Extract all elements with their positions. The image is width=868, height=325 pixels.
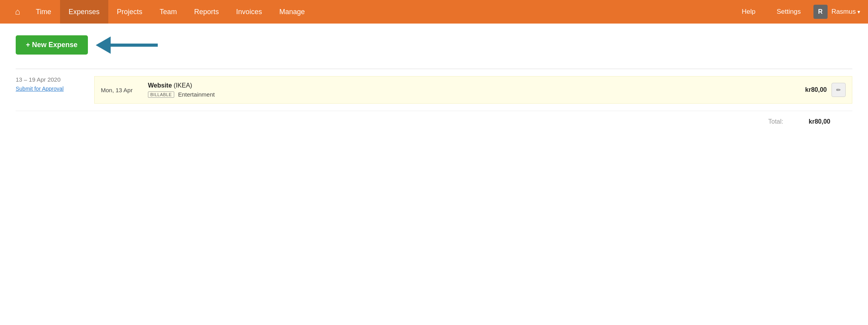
total-row: Total: kr80,00 bbox=[16, 111, 852, 132]
nav-item-team[interactable]: Team bbox=[151, 0, 186, 24]
entry-category: Entertainment bbox=[178, 91, 215, 98]
nav-item-manage[interactable]: Manage bbox=[271, 0, 314, 24]
arrow-indicator bbox=[96, 37, 158, 54]
expense-section: 13 – 19 Apr 2020 Submit for Approval Mon… bbox=[16, 69, 852, 132]
billable-tag: BILLABLE bbox=[148, 91, 174, 98]
nav-item-expenses[interactable]: Expenses bbox=[60, 0, 108, 24]
entry-tags: BILLABLE Entertainment bbox=[148, 91, 792, 98]
week-row: 13 – 19 Apr 2020 Submit for Approval Mon… bbox=[16, 69, 852, 111]
entry-title-bold: Website bbox=[148, 82, 172, 89]
nav-left: ⌂ Time Expenses Projects Team Reports In… bbox=[8, 0, 733, 24]
arrow-head-icon bbox=[96, 37, 111, 54]
nav-home[interactable]: ⌂ bbox=[8, 0, 27, 24]
nav-item-projects[interactable]: Projects bbox=[108, 0, 151, 24]
top-row: + New Expense bbox=[16, 35, 852, 55]
total-label: Total: bbox=[768, 118, 783, 125]
arrow-shaft-icon bbox=[111, 44, 158, 47]
user-avatar[interactable]: R bbox=[813, 5, 828, 19]
main-content: + New Expense 13 – 19 Apr 2020 Submit fo… bbox=[0, 24, 868, 144]
week-dates: 13 – 19 Apr 2020 bbox=[16, 76, 86, 83]
user-chevron-icon bbox=[857, 8, 860, 16]
entry-title: Website (IKEA) bbox=[148, 82, 792, 89]
expense-entries: Mon, 13 Apr Website (IKEA) BILLABLE Ente… bbox=[94, 76, 852, 104]
entry-details: Website (IKEA) BILLABLE Entertainment bbox=[148, 82, 792, 98]
nav-right: Help Settings R Rasmus bbox=[733, 0, 860, 24]
total-amount: kr80,00 bbox=[791, 118, 830, 125]
entry-title-rest: (IKEA) bbox=[172, 82, 192, 89]
new-expense-button[interactable]: + New Expense bbox=[16, 35, 88, 55]
main-nav: ⌂ Time Expenses Projects Team Reports In… bbox=[0, 0, 868, 24]
entry-date: Mon, 13 Apr bbox=[101, 87, 148, 93]
nav-settings[interactable]: Settings bbox=[768, 0, 809, 24]
nav-item-invoices[interactable]: Invoices bbox=[228, 0, 271, 24]
nav-help[interactable]: Help bbox=[733, 0, 764, 24]
nav-item-reports[interactable]: Reports bbox=[186, 0, 228, 24]
user-name[interactable]: Rasmus bbox=[832, 8, 860, 16]
entry-amount: kr80,00 bbox=[792, 86, 832, 93]
nav-item-time[interactable]: Time bbox=[27, 0, 60, 24]
submit-for-approval-link[interactable]: Submit for Approval bbox=[16, 86, 64, 92]
week-meta: 13 – 19 Apr 2020 Submit for Approval bbox=[16, 76, 94, 92]
expense-entry: Mon, 13 Apr Website (IKEA) BILLABLE Ente… bbox=[94, 76, 852, 104]
edit-button[interactable]: ✏ bbox=[832, 83, 846, 97]
